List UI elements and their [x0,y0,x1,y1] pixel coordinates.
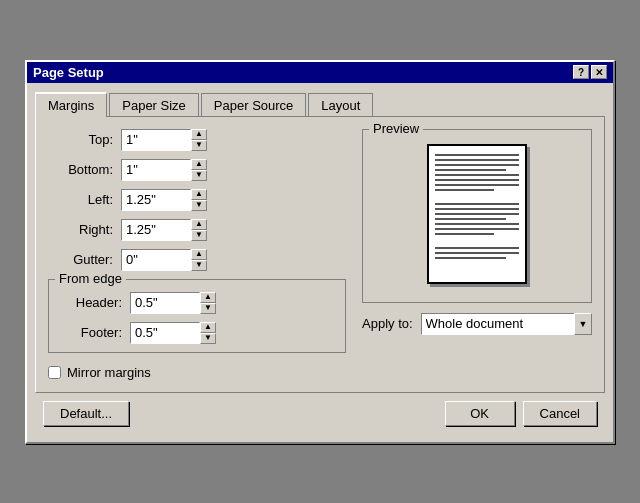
left-spin-up[interactable]: ▲ [191,189,207,200]
bottom-spin-down[interactable]: ▼ [191,170,207,181]
footer-spin-buttons: ▲ ▼ [200,322,216,344]
right-label: Right: [48,222,113,237]
header-spin-buttons: ▲ ▼ [200,292,216,314]
tab-content: Top: ▲ ▼ Bottom: [35,116,605,393]
tab-inner: Top: ▲ ▼ Bottom: [48,129,592,380]
right-row: Right: ▲ ▼ [48,219,346,241]
gutter-input[interactable] [121,249,191,271]
preview-line [435,208,519,210]
preview-line [435,179,519,181]
footer-spin-up[interactable]: ▲ [200,322,216,333]
left-spin-buttons: ▲ ▼ [191,189,207,211]
preview-line [435,174,519,176]
footer-label: Footer: [57,325,122,340]
left-row: Left: ▲ ▼ [48,189,346,211]
preview-legend: Preview [369,121,423,136]
margins-panel: Top: ▲ ▼ Bottom: [48,129,346,380]
right-spinbox: ▲ ▼ [121,219,207,241]
top-label: Top: [48,132,113,147]
preview-line [435,233,494,235]
preview-line [435,257,506,259]
gutter-spin-up[interactable]: ▲ [191,249,207,260]
tab-paper-source[interactable]: Paper Source [201,93,307,117]
bottom-spin-buttons: ▲ ▼ [191,159,207,181]
preview-line [435,159,519,161]
right-input[interactable] [121,219,191,241]
right-spin-up[interactable]: ▲ [191,219,207,230]
footer-spinbox: ▲ ▼ [130,322,216,344]
top-row: Top: ▲ ▼ [48,129,346,151]
right-spin-buttons: ▲ ▼ [191,219,207,241]
preview-line [435,184,519,186]
mirror-margins-label: Mirror margins [67,365,151,380]
ok-button[interactable]: OK [445,401,515,426]
header-spin-up[interactable]: ▲ [200,292,216,303]
top-spin-down[interactable]: ▼ [191,140,207,151]
from-edge-legend: From edge [55,271,126,286]
left-label: Left: [48,192,113,207]
gutter-spin-down[interactable]: ▼ [191,260,207,271]
footer-spin-down[interactable]: ▼ [200,333,216,344]
header-spin-down[interactable]: ▼ [200,303,216,314]
preview-spacer [435,238,519,244]
mirror-margins-row: Mirror margins [48,365,346,380]
preview-line [435,247,519,249]
help-button[interactable]: ? [573,65,589,79]
apply-to-dropdown-arrow[interactable]: ▼ [574,313,592,335]
bottom-input[interactable] [121,159,191,181]
close-button[interactable]: ✕ [591,65,607,79]
footer-input[interactable] [130,322,200,344]
apply-to-select[interactable]: Whole document This point forward [421,313,575,335]
bottom-spinbox: ▲ ▼ [121,159,207,181]
footer-row: Footer: ▲ ▼ [57,322,337,344]
left-spinbox: ▲ ▼ [121,189,207,211]
gutter-row: Gutter: ▲ ▼ [48,249,346,271]
preview-spacer [435,194,519,200]
mirror-margins-checkbox[interactable] [48,366,61,379]
preview-line [435,154,519,156]
tab-bar: Margins Paper Size Paper Source Layout [35,91,605,116]
preview-line [435,164,519,166]
title-bar: Page Setup ? ✕ [27,62,613,83]
preview-line [435,252,519,254]
dialog-title: Page Setup [33,65,104,80]
left-input[interactable] [121,189,191,211]
preview-panel: Preview [362,129,592,380]
header-input[interactable] [130,292,200,314]
button-row: Default... OK Cancel [35,393,605,434]
gutter-spin-buttons: ▲ ▼ [191,249,207,271]
preview-line [435,228,519,230]
preview-area [371,134,583,294]
page-preview [427,144,527,284]
header-spinbox: ▲ ▼ [130,292,216,314]
top-spinbox: ▲ ▼ [121,129,207,151]
preview-line [435,218,506,220]
left-spin-down[interactable]: ▼ [191,200,207,211]
default-button[interactable]: Default... [43,401,129,426]
page-setup-dialog: Page Setup ? ✕ Margins Paper Size Paper … [25,60,615,444]
header-row: Header: ▲ ▼ [57,292,337,314]
gutter-label: Gutter: [48,252,113,267]
tab-layout[interactable]: Layout [308,93,373,117]
apply-to-dropdown-wrap: Whole document This point forward ▼ [421,313,592,335]
title-bar-buttons: ? ✕ [573,65,607,79]
tab-paper-size[interactable]: Paper Size [109,93,199,117]
preview-line [435,213,519,215]
gutter-spinbox: ▲ ▼ [121,249,207,271]
right-spin-down[interactable]: ▼ [191,230,207,241]
dialog-body: Margins Paper Size Paper Source Layout T… [27,83,613,442]
top-input[interactable] [121,129,191,151]
bottom-spin-up[interactable]: ▲ [191,159,207,170]
from-edge-group: From edge Header: ▲ ▼ [48,279,346,353]
apply-to-label: Apply to: [362,316,413,331]
cancel-button[interactable]: Cancel [523,401,597,426]
top-spin-up[interactable]: ▲ [191,129,207,140]
preview-line [435,169,506,171]
bottom-row: Bottom: ▲ ▼ [48,159,346,181]
preview-line [435,203,519,205]
preview-group: Preview [362,129,592,303]
bottom-label: Bottom: [48,162,113,177]
tab-margins[interactable]: Margins [35,92,107,117]
apply-to-row: Apply to: Whole document This point forw… [362,313,592,335]
ok-cancel-group: OK Cancel [445,401,597,426]
